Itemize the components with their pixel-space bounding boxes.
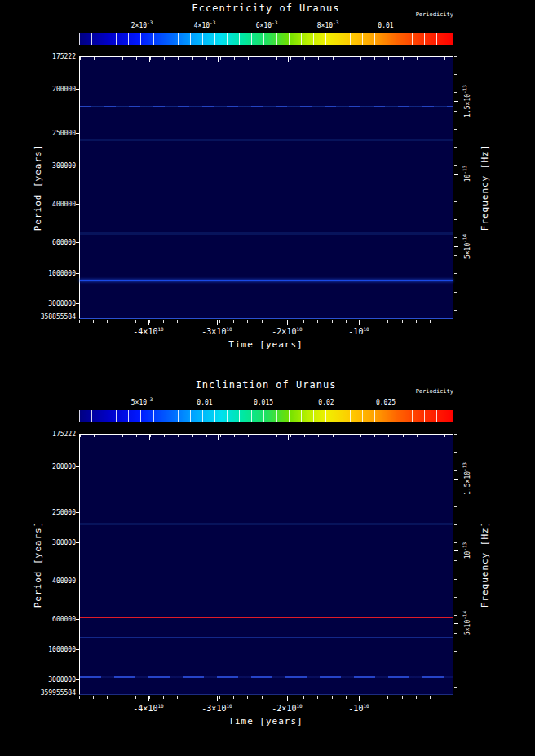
frequency-axis-title: Frequency [Hz] — [480, 521, 490, 608]
y-tick-mark — [76, 466, 79, 467]
colorbar-tick-label: 0.01 — [197, 396, 212, 406]
spectral-band-faint — [80, 523, 453, 525]
x-major-tick — [218, 435, 219, 440]
y-tick-mark — [76, 619, 79, 620]
y-tick-label: 175222 — [0, 431, 76, 438]
tick-base: 1.5×10 — [464, 471, 471, 495]
tick-exp: -13 — [462, 542, 467, 551]
y-tick-mark — [76, 649, 79, 650]
x-major-tick — [288, 435, 289, 440]
tick-base: 0.015 — [254, 399, 273, 406]
colorbar-tick-label: 0.025 — [376, 396, 396, 406]
tick-base: -2×10 — [272, 704, 296, 713]
tick-base: 0.025 — [376, 399, 396, 406]
frequency-tick-label: 1.5×10-13 — [462, 462, 471, 495]
x-major-tick — [360, 435, 360, 440]
plot-inclination: Inclination of Uranus Periodicity 5×10-3… — [0, 0, 535, 756]
x-major-tick — [287, 696, 288, 701]
x-minor-ticks-top — [80, 435, 453, 437]
x-major-tick — [217, 696, 218, 701]
frequency-tick-mark — [454, 479, 458, 480]
y-tick-mark — [76, 542, 79, 543]
y-axis-title: Period [years] — [33, 521, 43, 608]
tick-exp: 10 — [226, 703, 232, 709]
y-tick-label: 3000000 — [0, 676, 76, 683]
y-tick-label: 1000000 — [0, 646, 76, 653]
y-tick-label: 250000 — [0, 509, 76, 516]
frequency-minor-ticks — [454, 434, 457, 695]
spectral-line-dashed — [80, 676, 453, 678]
tick-exp: -3 — [147, 396, 153, 402]
x-major-tick — [149, 435, 150, 440]
y-tick-mark — [76, 581, 79, 581]
tick-exp: -14 — [462, 611, 467, 620]
x-major-tick — [359, 696, 360, 701]
spectral-line-strong-red — [80, 617, 453, 618]
y-tick-mark — [76, 512, 79, 513]
tick-base: 0.01 — [197, 399, 212, 406]
y-tick-label: 359955584 — [0, 689, 76, 696]
x-axis-title: Time [years] — [228, 716, 303, 727]
plot-title: Inclination of Uranus — [196, 379, 337, 391]
colorbar-tick-label: 5×10-3 — [131, 396, 153, 406]
x-tick-label: -2×1010 — [272, 703, 302, 713]
tick-exp: 10 — [296, 703, 302, 709]
tick-base: 0.02 — [318, 399, 334, 406]
tick-base: 10 — [464, 551, 471, 559]
tick-base: -10 — [348, 704, 363, 713]
frequency-tick-mark — [454, 623, 458, 624]
x-major-tick — [148, 696, 149, 701]
tick-base: -4×10 — [133, 704, 157, 713]
y-tick-mark — [76, 679, 79, 680]
frequency-tick-mark — [454, 550, 458, 551]
tick-base: -3×10 — [201, 704, 226, 713]
colorbar-gradient — [79, 410, 453, 422]
frequency-tick-label: 10-13 — [462, 542, 471, 559]
frequency-tick-label: 5×10-14 — [462, 611, 471, 635]
tick-exp: 10 — [363, 703, 369, 709]
colorbar-tick-label: 0.02 — [318, 396, 334, 406]
x-tick-label: -3×1010 — [201, 703, 232, 713]
tick-exp: 10 — [157, 703, 163, 709]
y-tick-label: 200000 — [0, 463, 76, 471]
colorbar-tick-label: 0.015 — [254, 396, 273, 406]
x-minor-ticks-bottom — [79, 696, 453, 699]
tick-base: 5×10 — [464, 620, 471, 635]
spectrogram-inclination — [79, 434, 453, 695]
tick-base: 5×10 — [131, 399, 147, 406]
y-tick-label: 600000 — [0, 616, 76, 623]
figure-canvas: Eccentricity of Uranus Periodicity 2×10-… — [0, 0, 535, 756]
x-tick-label: -4×1010 — [133, 703, 163, 713]
colorbar-title: Periodicity — [416, 388, 453, 395]
x-tick-label: -1010 — [348, 703, 369, 713]
tick-exp: -13 — [462, 462, 467, 471]
spectral-line-faint — [80, 637, 453, 638]
